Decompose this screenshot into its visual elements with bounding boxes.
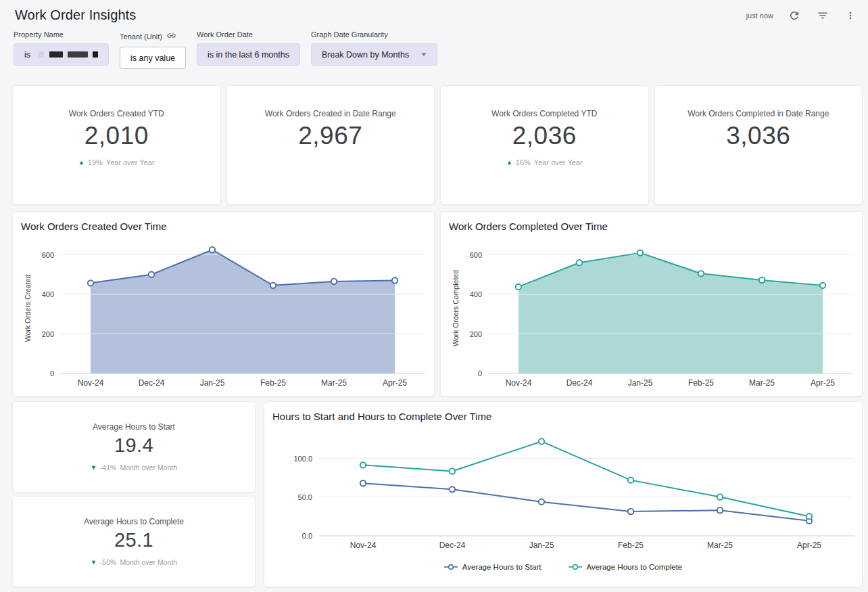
- svg-text:Dec-24: Dec-24: [139, 378, 165, 388]
- filter-graph-date-granularity: Graph Date Granularity Break Down by Mon…: [311, 30, 437, 66]
- filter-value: is any value: [130, 53, 175, 63]
- property-name-filter-chip[interactable]: is: [14, 43, 109, 66]
- dashboard-header: Work Order Insights just now: [0, 0, 868, 28]
- svg-text:Dec-24: Dec-24: [566, 378, 593, 388]
- svg-text:Mar-25: Mar-25: [321, 378, 347, 388]
- svg-text:200: 200: [42, 330, 54, 338]
- charts-row: Work Orders Created Over Time 0200400600…: [12, 211, 863, 396]
- svg-text:Jan-25: Jan-25: [529, 541, 554, 550]
- svg-text:Apr-25: Apr-25: [811, 378, 835, 388]
- more-vert-icon: [845, 10, 856, 21]
- svg-text:Feb-25: Feb-25: [260, 378, 286, 388]
- hours-over-time-chart[interactable]: 0.050.0100.0Nov-24Dec-24Jan-25Feb-25Mar-…: [264, 424, 862, 557]
- kpi-title: Work Orders Created YTD: [69, 109, 164, 118]
- kpi-title: Average Hours to Complete: [84, 517, 184, 526]
- kpi-average-hours-to-start: Average Hours to Start 19.4 ▼ -41% Month…: [12, 401, 256, 493]
- kpi-change: ▲ 16% Year over Year: [506, 158, 583, 166]
- svg-text:50.0: 50.0: [298, 493, 312, 501]
- filter-label: Property Name: [14, 30, 64, 39]
- kpi-title: Work Orders Completed YTD: [491, 109, 597, 118]
- link-icon: [166, 30, 176, 42]
- bottom-row: Average Hours to Start 19.4 ▼ -41% Month…: [12, 401, 863, 587]
- kpi-work-orders-created-in-range: Work Orders Created in Date Range 2,967: [226, 85, 435, 205]
- svg-text:Work Orders Created: Work Orders Created: [24, 275, 32, 342]
- svg-text:100.0: 100.0: [293, 455, 312, 463]
- svg-text:Mar-25: Mar-25: [749, 378, 775, 388]
- svg-text:600: 600: [470, 251, 482, 259]
- svg-text:600: 600: [42, 251, 54, 259]
- arrow-down-icon: ▼: [91, 465, 97, 471]
- filter-property-name: Property Name is: [14, 30, 109, 66]
- series-marker-icon: [569, 564, 582, 570]
- filter-list-icon: [817, 9, 829, 22]
- kpi-value: 2,967: [298, 122, 362, 150]
- filter-label: Work Order Date: [197, 30, 253, 39]
- dashboard-more-button[interactable]: [844, 9, 857, 22]
- svg-text:Dec-24: Dec-24: [439, 541, 466, 550]
- work-orders-completed-chart[interactable]: 0200400600Nov-24Dec-24Jan-25Feb-25Mar-25…: [441, 233, 862, 393]
- legend-label: Average Hours to Complete: [587, 563, 683, 571]
- svg-text:400: 400: [42, 290, 54, 298]
- kpi-value: 2,036: [512, 122, 577, 150]
- filter-bar: Property Name is Tenant (Unit) is any va…: [14, 30, 857, 69]
- kpi-title: Average Hours to Start: [93, 422, 175, 432]
- filter-work-order-date: Work Order Date is in the last 6 months: [197, 30, 300, 66]
- filter-tenant-unit: Tenant (Unit) is any value: [120, 30, 186, 69]
- kpi-average-hours-to-complete: Average Hours to Complete 25.1 ▼ -50% Mo…: [12, 496, 256, 587]
- legend-label: Average Hours to Start: [462, 563, 541, 571]
- kpi-change: ▼ -41% Month over Month: [91, 463, 177, 472]
- refresh-icon: [788, 9, 800, 22]
- hours-chart-card: Hours to Start and Hours to Complete Ove…: [264, 401, 863, 587]
- kpi-work-orders-completed-in-range: Work Orders Completed in Date Range 3,03…: [654, 85, 863, 205]
- filter-label: Graph Date Granularity: [311, 30, 388, 39]
- svg-text:0.0: 0.0: [302, 532, 312, 540]
- svg-text:Jan-25: Jan-25: [628, 378, 653, 388]
- svg-text:Feb-25: Feb-25: [688, 378, 714, 388]
- kpi-value: 19.4: [114, 434, 153, 457]
- legend-item-average-hours-to-start[interactable]: Average Hours to Start: [444, 563, 541, 571]
- arrow-up-icon: ▲: [78, 160, 85, 166]
- work-orders-created-chart[interactable]: 0200400600Nov-24Dec-24Jan-25Feb-25Mar-25…: [13, 233, 434, 393]
- arrow-up-icon: ▲: [506, 160, 512, 166]
- series-marker-icon: [444, 564, 458, 570]
- graph-date-granularity-dropdown[interactable]: Break Down by Months: [311, 43, 437, 66]
- page-title: Work Order Insights: [15, 7, 136, 23]
- svg-text:0: 0: [478, 369, 482, 378]
- chart-title: Work Orders Created Over Time: [21, 221, 434, 232]
- refresh-button[interactable]: [787, 8, 802, 23]
- svg-text:Nov-24: Nov-24: [350, 541, 377, 550]
- svg-text:400: 400: [470, 290, 482, 298]
- work-orders-completed-chart-card: Work Orders Completed Over Time 02004006…: [440, 211, 863, 396]
- chevron-down-icon: [421, 53, 427, 56]
- svg-text:0: 0: [50, 369, 54, 378]
- kpi-change: ▲ 19% Year over Year: [78, 158, 155, 166]
- filter-operator: is: [24, 50, 30, 60]
- kpi-title: Work Orders Completed in Date Range: [688, 109, 829, 118]
- svg-text:200: 200: [470, 330, 482, 338]
- svg-text:Apr-25: Apr-25: [797, 541, 821, 550]
- kpi-value: 2,010: [85, 122, 149, 150]
- work-order-date-filter-chip[interactable]: is in the last 6 months: [197, 43, 300, 66]
- chart-legend: Average Hours to Start Average Hours to …: [264, 563, 862, 571]
- kpi-work-orders-created-ytd: Work Orders Created YTD 2,010 ▲ 19% Year…: [12, 85, 221, 205]
- kpi-value: 25.1: [114, 529, 153, 551]
- dashboard-filters-button[interactable]: [815, 8, 830, 23]
- kpi-value: 3,036: [726, 122, 790, 150]
- redacted-text-block: [36, 50, 98, 60]
- tenant-unit-filter-chip[interactable]: is any value: [120, 47, 186, 69]
- filter-label: Tenant (Unit): [120, 32, 162, 41]
- svg-text:Work Orders Completed: Work Orders Completed: [452, 270, 460, 346]
- work-orders-created-chart-card: Work Orders Created Over Time 0200400600…: [12, 211, 435, 396]
- chart-title: Hours to Start and Hours to Complete Ove…: [272, 411, 862, 422]
- svg-text:Nov-24: Nov-24: [506, 378, 532, 388]
- filter-value: Break Down by Months: [322, 50, 409, 60]
- svg-text:Mar-25: Mar-25: [707, 541, 733, 550]
- kpi-row: Work Orders Created YTD 2,010 ▲ 19% Year…: [12, 85, 863, 205]
- svg-text:Feb-25: Feb-25: [618, 541, 644, 550]
- last-refreshed-label: just now: [746, 12, 773, 20]
- filter-value: is in the last 6 months: [208, 50, 289, 60]
- svg-text:Nov-24: Nov-24: [78, 378, 104, 388]
- legend-item-average-hours-to-complete[interactable]: Average Hours to Complete: [569, 563, 683, 571]
- arrow-down-icon: ▼: [91, 560, 97, 566]
- kpi-work-orders-completed-ytd: Work Orders Completed YTD 2,036 ▲ 16% Ye…: [440, 85, 649, 205]
